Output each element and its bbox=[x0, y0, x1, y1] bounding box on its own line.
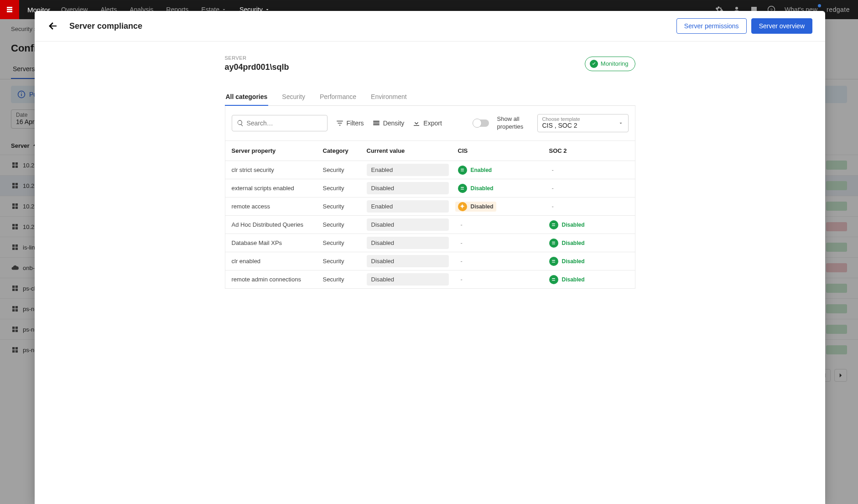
server-permissions-button[interactable]: Server permissions bbox=[676, 18, 747, 19]
redgate-brand: redgate bbox=[827, 6, 850, 13]
redgate-logo-icon[interactable] bbox=[0, 0, 19, 19]
server-compliance-modal: Server compliance Server permissions Ser… bbox=[35, 11, 825, 19]
server-overview-button[interactable]: Server overview bbox=[751, 18, 812, 19]
